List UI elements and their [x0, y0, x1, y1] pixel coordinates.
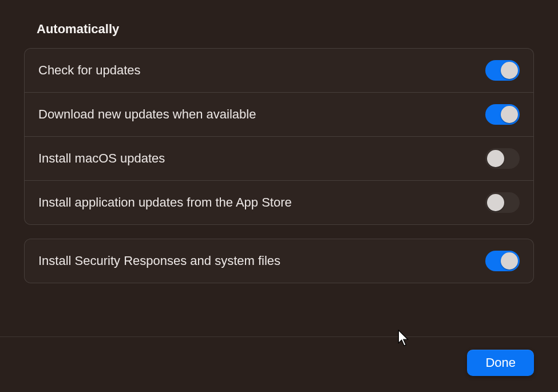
dialog-footer: Done [0, 336, 558, 392]
settings-group-1: Check for updates Download new updates w… [24, 48, 534, 225]
row-install-macos-updates: Install macOS updates [25, 136, 533, 180]
label-install-appstore-updates: Install application updates from the App… [38, 195, 292, 210]
toggle-check-for-updates[interactable] [485, 60, 520, 81]
toggle-download-new-updates[interactable] [485, 104, 520, 125]
toggle-knob [487, 150, 504, 167]
toggle-install-security-responses[interactable] [485, 251, 520, 271]
row-install-security-responses: Install Security Responses and system fi… [25, 239, 533, 283]
row-install-appstore-updates: Install application updates from the App… [25, 180, 533, 224]
label-install-macos-updates: Install macOS updates [38, 151, 165, 166]
row-check-for-updates: Check for updates [25, 49, 533, 92]
done-button[interactable]: Done [467, 350, 534, 376]
toggle-knob [501, 62, 518, 79]
section-title-automatically: Automatically [37, 22, 534, 37]
toggle-knob [501, 106, 518, 123]
label-install-security-responses: Install Security Responses and system fi… [38, 254, 280, 268]
toggle-knob [501, 252, 518, 270]
toggle-knob [487, 194, 504, 211]
toggle-install-macos-updates[interactable] [485, 148, 520, 169]
row-download-new-updates: Download new updates when available [25, 92, 533, 136]
settings-group-2: Install Security Responses and system fi… [24, 239, 534, 283]
label-download-new-updates: Download new updates when available [38, 107, 256, 122]
toggle-install-appstore-updates[interactable] [485, 192, 520, 213]
label-check-for-updates: Check for updates [38, 63, 141, 78]
